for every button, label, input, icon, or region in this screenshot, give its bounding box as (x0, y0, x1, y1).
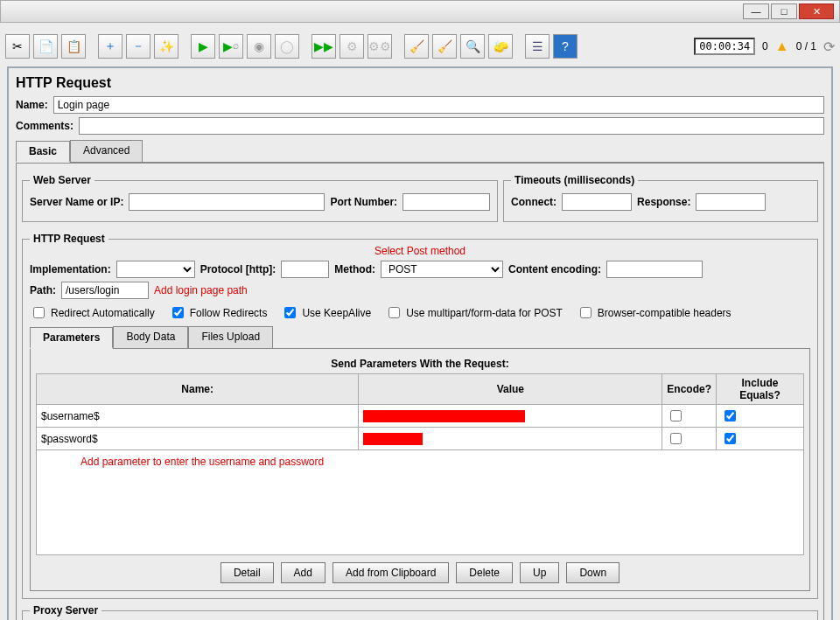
minimize-button[interactable]: — (743, 3, 769, 19)
clear3-icon[interactable]: 🧽 (488, 34, 513, 59)
server-input[interactable] (129, 193, 325, 211)
down-button[interactable]: Down (566, 562, 620, 583)
delete-button[interactable]: Delete (456, 562, 513, 583)
table-row: $username$ (37, 405, 804, 428)
gears1-icon[interactable]: ⚙ (340, 34, 364, 59)
cell-encode[interactable] (662, 428, 717, 450)
refresh-icon[interactable]: ⟳ (823, 38, 835, 55)
wand-icon[interactable]: ✨ (154, 34, 178, 59)
cell-encode[interactable] (662, 405, 717, 428)
cell-include[interactable] (717, 405, 804, 428)
cell-name[interactable]: $username$ (37, 405, 359, 428)
clear1-icon[interactable]: 🧹 (404, 34, 429, 59)
cell-name[interactable]: $password$ (37, 428, 359, 450)
check-keepalive[interactable]: Use KeepAlive (281, 304, 371, 321)
detail-button[interactable]: Detail (220, 562, 274, 583)
tab-advanced[interactable]: Advanced (70, 140, 143, 162)
close-button[interactable]: ✕ (799, 3, 834, 19)
up-button[interactable]: Up (520, 562, 559, 583)
method-label: Method: (334, 263, 375, 275)
page-title: HTTP Request (16, 75, 824, 91)
parameters-table: Name: Value Encode? Include Equals? $use… (36, 373, 804, 450)
stop-icon[interactable]: ◉ (247, 34, 271, 59)
response-input[interactable] (696, 193, 766, 211)
tab-basic[interactable]: Basic (16, 141, 70, 163)
tab-parameters[interactable]: Parameters (30, 327, 113, 349)
path-label: Path: (30, 284, 56, 296)
check-follow-redirects[interactable]: Follow Redirects (169, 304, 268, 321)
remove-icon[interactable]: － (126, 34, 150, 59)
search-icon[interactable]: 🔍 (460, 34, 485, 59)
server-label: Server Name or IP: (30, 196, 123, 208)
enc-label: Content encoding: (508, 263, 601, 275)
cell-include[interactable] (717, 428, 804, 450)
impl-label: Implementation: (30, 263, 111, 275)
path-input[interactable] (61, 282, 149, 299)
check-multipart[interactable]: Use multipart/form-data for POST (385, 304, 563, 321)
enc-input[interactable] (606, 261, 703, 278)
timeouts-legend: Timeouts (milliseconds) (511, 174, 638, 186)
check-redirect-auto[interactable]: Redirect Automatically (30, 304, 155, 321)
warning-icon: ▲ (775, 38, 789, 54)
anno-path: Add login page path (154, 284, 248, 296)
play-no-pause-icon[interactable]: ▶∅ (219, 34, 243, 59)
comments-input[interactable] (79, 117, 824, 135)
warning-count: 0 (762, 40, 768, 52)
comments-label: Comments: (16, 120, 74, 132)
proto-label: Protocol [http]: (200, 263, 276, 275)
port-input[interactable] (402, 193, 490, 211)
col-encode[interactable]: Encode? (662, 374, 717, 405)
clear2-icon[interactable]: 🧹 (432, 34, 457, 59)
gears2-icon[interactable]: ⚙⚙ (368, 34, 392, 59)
connect-input[interactable] (562, 193, 632, 211)
maximize-button[interactable]: □ (771, 3, 797, 19)
play-icon[interactable]: ▶ (191, 34, 215, 59)
table-empty-area: Add parameter to enter the username and … (36, 450, 804, 555)
param-title: Send Parameters With the Request: (36, 358, 804, 370)
toolbar: ✂ 📄 📋 ＋ － ✨ ▶ ▶∅ ◉ ◯ ▶▶ ⚙ ⚙⚙ 🧹 🧹 🔍 🧽 ☰ ?… (2, 31, 838, 61)
method-select[interactable]: POST (381, 261, 503, 278)
window-titlebar: — □ ✕ (0, 0, 840, 23)
elapsed-time: 00:00:34 (694, 38, 755, 55)
tab-files-upload[interactable]: Files Upload (188, 326, 273, 348)
cell-value[interactable] (359, 405, 662, 428)
anno-param: Add parameter to enter the username and … (80, 456, 324, 468)
copy-icon[interactable]: 📄 (33, 34, 58, 59)
connect-label: Connect: (511, 196, 556, 208)
port-label: Port Number: (330, 196, 397, 208)
table-row: $password$ (37, 428, 804, 450)
response-label: Response: (637, 196, 690, 208)
function-icon[interactable]: ☰ (525, 34, 550, 59)
col-value[interactable]: Value (359, 374, 662, 405)
proto-input[interactable] (281, 261, 329, 278)
shutdown-icon[interactable]: ◯ (275, 34, 299, 59)
paste-icon[interactable]: 📋 (61, 34, 86, 59)
http-legend: HTTP Request (30, 233, 108, 245)
tab-body-data[interactable]: Body Data (113, 326, 188, 348)
col-include[interactable]: Include Equals? (717, 374, 804, 405)
thread-count: 0 / 1 (796, 40, 816, 52)
proxy-legend: Proxy Server (30, 604, 102, 617)
help-icon[interactable]: ? (553, 34, 578, 59)
add-clipboard-button[interactable]: Add from Clipboard (332, 562, 449, 583)
anno-method: Select Post method (374, 245, 466, 257)
impl-select[interactable] (116, 261, 195, 278)
remote-start-icon[interactable]: ▶▶ (312, 34, 336, 59)
name-input[interactable] (53, 96, 824, 114)
cell-value[interactable] (359, 428, 662, 450)
check-browser-compat[interactable]: Browser-compatible headers (577, 304, 732, 321)
add-icon[interactable]: ＋ (98, 34, 122, 59)
add-button[interactable]: Add (281, 562, 326, 583)
webserver-legend: Web Server (30, 174, 94, 186)
col-name[interactable]: Name: (37, 374, 359, 405)
cut-icon[interactable]: ✂ (5, 34, 30, 59)
name-label: Name: (16, 99, 48, 111)
